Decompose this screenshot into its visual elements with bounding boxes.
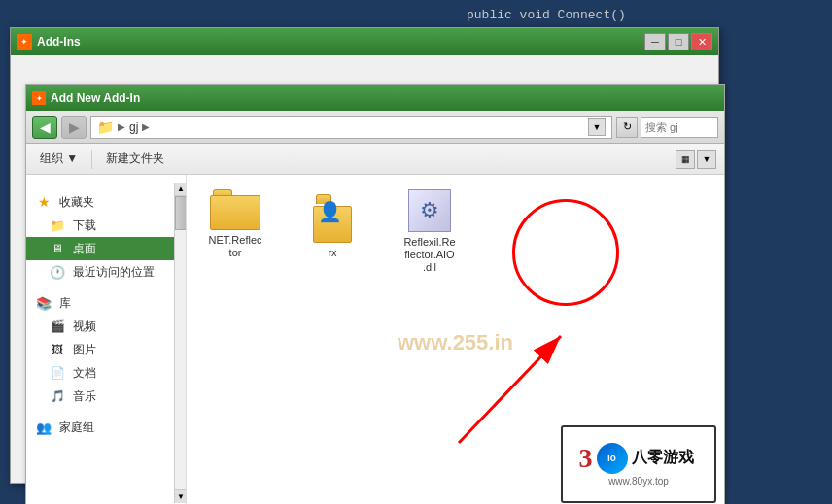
dropdown-icon: ▼ bbox=[593, 122, 602, 132]
red-circle-annotation bbox=[512, 199, 619, 306]
add-new-window: ✦ Add New Add-In ◀ ▶ 📁 ▶ gj ▶ ▼ bbox=[25, 84, 725, 504]
refresh-icon: ↻ bbox=[623, 120, 632, 133]
sidebar-item-homegroup[interactable]: 👥 家庭组 bbox=[26, 416, 174, 439]
watermark-logo: 3 io 八零游戏 www.80yx.top bbox=[561, 425, 716, 503]
logo-brand-text: 八零游戏 bbox=[632, 448, 694, 468]
sidebar-item-docs[interactable]: 📄 文档 bbox=[26, 361, 174, 385]
add-ins-title: Add-Ins bbox=[37, 35, 81, 49]
back-icon: ◀ bbox=[40, 119, 51, 135]
logo-top: 3 io 八零游戏 bbox=[584, 443, 694, 474]
video-label: 视频 bbox=[73, 319, 96, 335]
add-new-icon: ✦ bbox=[32, 91, 46, 105]
file-label-reflexil: Reflexil.Reflector.AIO.dll bbox=[403, 236, 455, 275]
address-bar[interactable]: 📁 ▶ gj ▶ ▼ bbox=[90, 116, 612, 139]
images-label: 图片 bbox=[73, 342, 96, 358]
sidebar-item-music[interactable]: 🎵 音乐 bbox=[26, 385, 174, 408]
nav-right: ↻ bbox=[616, 117, 718, 138]
logo-url: www.80yx.top bbox=[608, 476, 669, 487]
add-ins-titlebar: ✦ Add-Ins ─ □ ✕ bbox=[11, 28, 718, 55]
music-icon: 🎵 bbox=[48, 387, 67, 405]
grid-view-button[interactable]: ▦ bbox=[676, 150, 695, 169]
sidebar-item-images[interactable]: 🖼 图片 bbox=[26, 338, 174, 361]
dll-gear-icon: ⚙ bbox=[420, 198, 439, 223]
titlebar-left: ✦ Add-Ins bbox=[17, 34, 81, 50]
downloads-label: 下载 bbox=[73, 218, 96, 234]
code-text: public void Connect() bbox=[467, 8, 626, 22]
folder-icon-net-reflector bbox=[210, 189, 260, 230]
folder-icon-rx: 👤 bbox=[313, 194, 352, 243]
file-item-reflexil[interactable]: ⚙ Reflexil.Reflector.AIO.dll bbox=[391, 185, 468, 280]
view-icons: ▦ ▼ bbox=[676, 150, 716, 169]
content-area: ★ 收藏夹 📁 下载 🖥 桌面 bbox=[26, 175, 724, 504]
organize-button[interactable]: 组织 ▼ bbox=[34, 149, 84, 169]
library-label: 库 bbox=[59, 295, 71, 312]
sidebar-item-downloads[interactable]: 📁 下载 bbox=[26, 214, 174, 237]
recent-label: 最近访问的位置 bbox=[73, 264, 155, 281]
favorites-icon: ★ bbox=[34, 193, 53, 211]
scroll-thumb[interactable] bbox=[175, 196, 187, 230]
video-icon: 🎬 bbox=[48, 318, 67, 335]
refresh-button[interactable]: ↻ bbox=[616, 117, 638, 138]
watermark-text: www.255.in bbox=[398, 330, 513, 355]
dll-icon-reflexil: ⚙ bbox=[408, 189, 451, 232]
homegroup-icon: 👥 bbox=[34, 419, 53, 436]
new-folder-button[interactable]: 新建文件夹 bbox=[100, 149, 170, 169]
desktop-label: 桌面 bbox=[73, 241, 96, 257]
homegroup-label: 家庭组 bbox=[59, 420, 94, 436]
scroll-up-button[interactable]: ▲ bbox=[175, 183, 187, 196]
downloads-icon: 📁 bbox=[48, 217, 67, 234]
logo-icon-circle: io bbox=[597, 443, 628, 474]
separator bbox=[91, 150, 92, 169]
maximize-button[interactable]: □ bbox=[668, 33, 689, 50]
logo-number: 3 bbox=[579, 443, 593, 474]
address-path: ▶ gj ▶ bbox=[118, 120, 150, 134]
toolbar: 组织 ▼ 新建文件夹 ▦ ▼ bbox=[26, 144, 724, 175]
sidebar: ★ 收藏夹 📁 下载 🖥 桌面 bbox=[26, 175, 187, 504]
svg-line-1 bbox=[459, 336, 561, 443]
sidebar-item-desktop[interactable]: 🖥 桌面 bbox=[26, 237, 174, 260]
file-item-rx[interactable]: 👤 rx bbox=[294, 189, 371, 264]
logo-icon-text: io bbox=[607, 453, 616, 463]
close-button[interactable]: ✕ bbox=[691, 33, 712, 50]
sidebar-scrollbar[interactable]: ▲ ▼ bbox=[174, 183, 186, 503]
file-label-net-reflector: NET.Reflector bbox=[208, 234, 261, 259]
path-arrow: ▶ bbox=[118, 121, 125, 132]
minimize-button[interactable]: ─ bbox=[644, 33, 666, 50]
forward-button[interactable]: ▶ bbox=[61, 116, 87, 139]
path-gj: gj bbox=[129, 120, 138, 134]
back-button[interactable]: ◀ bbox=[32, 116, 57, 139]
sidebar-item-favorites[interactable]: ★ 收藏夹 bbox=[26, 190, 174, 214]
address-dropdown[interactable]: ▼ bbox=[588, 118, 606, 136]
docs-label: 文档 bbox=[73, 365, 96, 382]
folder-icon: 📁 bbox=[97, 119, 114, 135]
scroll-down-button[interactable]: ▼ bbox=[175, 489, 187, 503]
file-area: www.255.in NET.Reflector bbox=[187, 175, 724, 504]
sidebar-items: ★ 收藏夹 📁 下载 🖥 桌面 bbox=[26, 183, 174, 503]
recent-icon: 🕐 bbox=[48, 263, 67, 281]
library-icon: 📚 bbox=[34, 294, 53, 312]
forward-icon: ▶ bbox=[69, 119, 80, 135]
favorites-label: 收藏夹 bbox=[59, 194, 94, 211]
sidebar-item-recent[interactable]: 🕐 最近访问的位置 bbox=[26, 260, 174, 284]
add-ins-window: ✦ Add-Ins ─ □ ✕ ✦ Add New Add-In ◀ ▶ bbox=[10, 27, 719, 484]
dropdown-btn[interactable]: ▼ bbox=[588, 118, 606, 136]
music-label: 音乐 bbox=[73, 388, 96, 405]
add-new-title: Add New Add-In bbox=[51, 91, 140, 105]
folder-body bbox=[210, 195, 260, 230]
sidebar-item-video[interactable]: 🎬 视频 bbox=[26, 315, 174, 338]
add-ins-icon: ✦ bbox=[17, 34, 32, 50]
file-label-rx: rx bbox=[328, 247, 336, 259]
path-arrow2: ▶ bbox=[142, 121, 150, 132]
sidebar-item-library[interactable]: 📚 库 bbox=[26, 291, 174, 315]
docs-icon: 📄 bbox=[48, 364, 67, 382]
titlebar-controls: ─ □ ✕ bbox=[644, 33, 712, 50]
view-dropdown-button[interactable]: ▼ bbox=[697, 150, 716, 169]
images-icon: 🖼 bbox=[48, 341, 67, 358]
file-item-net-reflector[interactable]: NET.Reflector bbox=[196, 185, 274, 264]
search-input[interactable] bbox=[641, 117, 718, 138]
desktop-icon: 🖥 bbox=[48, 240, 67, 257]
nav-bar: ◀ ▶ 📁 ▶ gj ▶ ▼ ↻ bbox=[26, 111, 724, 144]
add-new-titlebar: ✦ Add New Add-In bbox=[26, 85, 724, 111]
